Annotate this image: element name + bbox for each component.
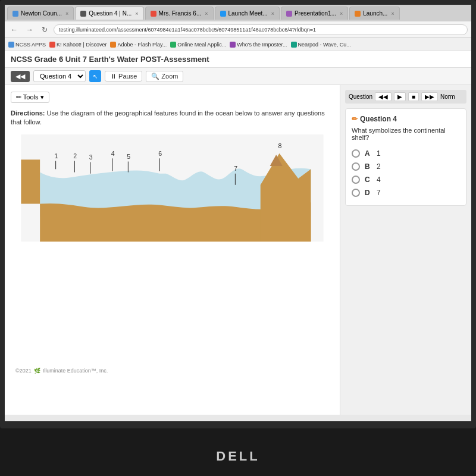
- directions-text: Directions: Use the diagram of the geogr…: [11, 109, 334, 127]
- bookmark-icon-meal: [170, 42, 176, 48]
- answer-option-b[interactable]: B 2: [352, 160, 460, 173]
- main-content: ✏ Tools ▾ Directions: Use the diagram of…: [5, 85, 471, 415]
- dell-logo: DELL: [216, 449, 259, 464]
- tab-icon-launch: [220, 11, 226, 17]
- tab-label-pres: Presentation1...: [295, 10, 336, 17]
- bookmark-kahoot[interactable]: K! Kahoot! | Discover: [49, 42, 107, 48]
- right-forward-forward-button[interactable]: ▶▶: [421, 92, 438, 101]
- label-6: 6: [158, 150, 162, 157]
- pause-button[interactable]: ⏸ Pause: [105, 71, 142, 82]
- directions-prefix: Directions:: [11, 109, 45, 117]
- back-button[interactable]: ←: [8, 24, 20, 35]
- bookmark-icon-ncss: [8, 42, 14, 48]
- right-norm-label: Norm: [440, 93, 455, 100]
- tab-label-question4: Question 4 | N...: [89, 10, 131, 17]
- label-5: 5: [127, 153, 130, 160]
- right-panel: Question ◀◀ ▶ ■ ▶▶ Norm ✏ Question 4 Wha…: [340, 85, 471, 415]
- answer-option-d[interactable]: D 7: [352, 186, 460, 199]
- left-panel: ✏ Tools ▾ Directions: Use the diagram of…: [5, 85, 340, 415]
- right-play-button[interactable]: ▶: [394, 92, 406, 101]
- ocean-diagram: 1 2 3 4 5 6: [11, 134, 334, 242]
- tab-close-q4[interactable]: ×: [135, 11, 138, 17]
- url-text: testing.illuminateed.com/assessment/6074…: [59, 27, 316, 33]
- directions-body: Use the diagram of the geographical feat…: [11, 109, 325, 126]
- tab-icon-pres: [286, 11, 292, 17]
- footer-company: Illuminate Education™, Inc.: [43, 368, 108, 374]
- app-title: NCSS Grade 6 Unit 7 Earth's Water POST-A…: [11, 55, 209, 64]
- tab-close-launch[interactable]: ×: [271, 11, 274, 17]
- bookmark-imposter[interactable]: Who's the Imposter...: [230, 42, 287, 48]
- option-value-b: 2: [377, 162, 381, 171]
- bookmark-label-imposter: Who's the Imposter...: [237, 42, 287, 48]
- footer-illuminate-icon: 🌿: [34, 368, 40, 374]
- option-value-a: 1: [377, 149, 381, 158]
- tab-icon-newton: [12, 11, 18, 17]
- app-header: NCSS Grade 6 Unit 7 Earth's Water POST-A…: [5, 51, 471, 68]
- tab-launch2[interactable]: Launch... ×: [349, 7, 399, 20]
- bookmark-icon-nearpod: [291, 42, 297, 48]
- answer-option-c[interactable]: C 4: [352, 173, 460, 186]
- pencil-icon: ✏: [352, 115, 358, 123]
- tab-close-pres[interactable]: ×: [340, 11, 343, 17]
- main-toolbar: ◀◀ Question 4 ↖ ⏸ Pause 🔍 Zoom: [5, 68, 471, 85]
- tab-newton[interactable]: Newton Coun... ×: [7, 7, 74, 20]
- answer-option-a[interactable]: A 1: [352, 147, 460, 160]
- question-panel-title: ✏ Question 4: [352, 115, 460, 123]
- bookmark-label-kahoot: K! Kahoot! | Discover: [57, 42, 107, 48]
- right-back-back-button[interactable]: ◀◀: [375, 92, 392, 101]
- label-4: 4: [111, 150, 115, 157]
- tab-close-mrs[interactable]: ×: [205, 11, 208, 17]
- back-nav-button[interactable]: ◀◀: [11, 71, 30, 82]
- footer-copyright: ©2021: [15, 368, 32, 374]
- reload-button[interactable]: ↻: [39, 24, 50, 35]
- bookmark-label-adobe: Adobe - Flash Play...: [117, 42, 167, 48]
- ocean-svg: 1 2 3 4 5 6: [11, 134, 334, 242]
- option-letter-d: D: [365, 189, 372, 197]
- tab-close-launch2[interactable]: ×: [391, 11, 394, 17]
- radio-c[interactable]: [352, 176, 360, 184]
- radio-b[interactable]: [352, 162, 360, 171]
- bookmark-icon-imposter: [230, 42, 236, 48]
- right-question-label: Question: [349, 93, 372, 100]
- tab-icon-launch2: [355, 11, 361, 17]
- bookmark-icon-kahoot: [49, 42, 55, 48]
- bookmark-meal[interactable]: Online Meal Applic...: [170, 42, 226, 48]
- bookmark-icon-adobe: [110, 42, 116, 48]
- tab-presentation[interactable]: Presentation1... ×: [281, 7, 348, 20]
- question-text: What symbolizes the continental shelf?: [352, 127, 460, 141]
- bookmark-ncss[interactable]: NCSS APPS: [8, 42, 46, 48]
- option-value-d: 7: [377, 189, 381, 197]
- option-letter-b: B: [365, 162, 372, 171]
- zoom-button[interactable]: 🔍 Zoom: [146, 71, 183, 82]
- tab-label-newton: Newton Coun...: [21, 10, 62, 17]
- right-toolbar: Question ◀◀ ▶ ■ ▶▶ Norm: [345, 90, 466, 104]
- url-input[interactable]: testing.illuminateed.com/assessment/6074…: [54, 24, 468, 35]
- label-8: 8: [278, 142, 281, 149]
- tab-label-mrs: Mrs. Francis 6...: [159, 10, 202, 17]
- bookmark-label-ncss: NCSS APPS: [15, 42, 46, 48]
- tab-icon-mrs: [151, 11, 156, 17]
- address-bar: ← → ↻ testing.illuminateed.com/assessmen…: [5, 21, 471, 38]
- radio-a[interactable]: [352, 149, 360, 158]
- tab-close-newton[interactable]: ×: [65, 11, 68, 17]
- dell-logo-area: DELL: [0, 449, 476, 464]
- option-value-c: 4: [377, 176, 381, 184]
- tools-button[interactable]: ✏ Tools ▾: [11, 92, 49, 103]
- tab-launch-meet[interactable]: Launch Meet... ×: [215, 7, 280, 20]
- tab-mrs-francis[interactable]: Mrs. Francis 6... ×: [145, 7, 214, 20]
- tab-label-launch: Launch Meet...: [228, 10, 268, 17]
- footer: ©2021 🌿 Illuminate Education™, Inc.: [15, 368, 108, 374]
- tab-question4[interactable]: Question 4 | N... ×: [75, 7, 143, 20]
- cursor-icon: ↖: [89, 70, 101, 82]
- label-1: 1: [55, 152, 58, 159]
- bookmark-label-meal: Online Meal Applic...: [177, 42, 226, 48]
- bookmark-adobe[interactable]: Adobe - Flash Play...: [110, 42, 167, 48]
- bookmark-nearpod[interactable]: Nearpod - Wave, Cu...: [291, 42, 351, 48]
- tab-label-launch2: Launch...: [363, 10, 387, 17]
- radio-d[interactable]: [352, 189, 360, 197]
- forward-button[interactable]: →: [24, 24, 36, 35]
- question-select[interactable]: Question 4: [33, 70, 86, 82]
- question-panel: ✏ Question 4 What symbolizes the contine…: [345, 108, 466, 206]
- right-stop-button[interactable]: ■: [408, 92, 419, 101]
- bookmark-label-nearpod: Nearpod - Wave, Cu...: [298, 42, 351, 48]
